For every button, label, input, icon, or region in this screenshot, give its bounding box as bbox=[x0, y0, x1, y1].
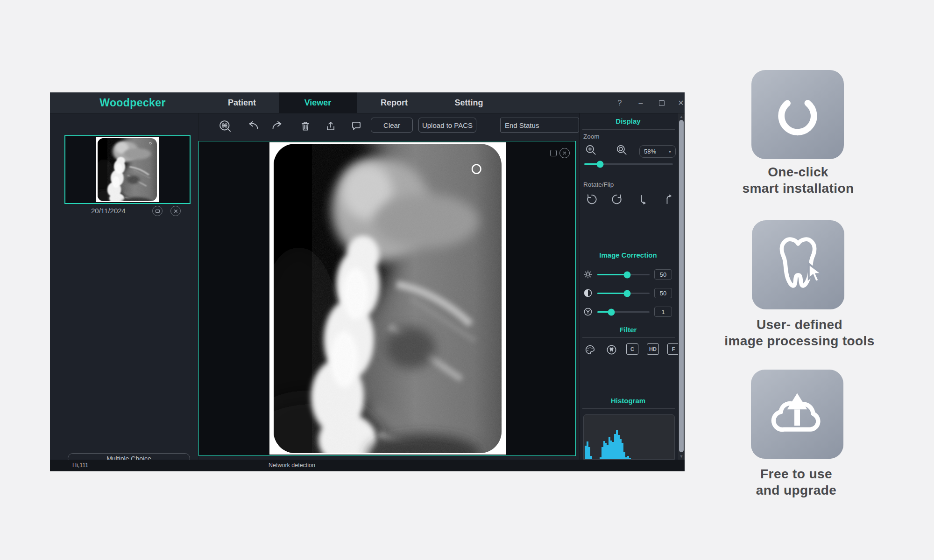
histogram-section-title: Histogram bbox=[580, 397, 677, 405]
viewer-canvas[interactable] bbox=[198, 141, 576, 456]
feature-tile-installation bbox=[751, 70, 844, 159]
thumbnail-comment-icon[interactable] bbox=[152, 206, 163, 216]
minimize-icon[interactable]: – bbox=[634, 92, 647, 113]
contrast-value[interactable]: 50 bbox=[654, 288, 672, 298]
scroll-up-icon[interactable]: ▲ bbox=[678, 113, 685, 120]
power-ring-icon bbox=[770, 87, 826, 143]
redo-icon[interactable] bbox=[270, 118, 286, 134]
close-icon[interactable]: ✕ bbox=[674, 92, 685, 113]
image-correction-title: Image Correction bbox=[580, 251, 677, 259]
brightness-slider[interactable] bbox=[597, 274, 650, 275]
filter-c-icon[interactable]: C bbox=[626, 343, 638, 355]
brand-logo: Woodpecker bbox=[100, 92, 165, 113]
tab-patient[interactable]: Patient bbox=[214, 92, 270, 113]
select-region-icon[interactable] bbox=[550, 150, 557, 156]
gamma-slider[interactable] bbox=[597, 311, 650, 313]
thumbnail-film bbox=[96, 137, 159, 202]
brightness-icon bbox=[582, 269, 594, 280]
status-bar: Hi,111 Network detection bbox=[50, 460, 685, 471]
thumbnail-selected[interactable] bbox=[64, 135, 191, 204]
zoom-level-dropdown[interactable]: 58% ▾ bbox=[639, 145, 676, 158]
close-image-icon[interactable] bbox=[559, 148, 570, 158]
filter-hd-icon[interactable]: HD bbox=[647, 343, 659, 355]
gamma-value[interactable]: 1 bbox=[654, 307, 672, 317]
app-window: Woodpecker Patient Viewer Report Setting… bbox=[50, 92, 685, 471]
thumbnail-xray bbox=[98, 138, 157, 201]
clear-button[interactable]: Clear bbox=[371, 118, 413, 133]
flip-vertical-icon[interactable] bbox=[661, 193, 674, 206]
rotate-right-icon[interactable] bbox=[610, 193, 623, 206]
feature-text-tools: User- defined image processing tools bbox=[692, 316, 907, 349]
filter-section-title: Filter bbox=[580, 326, 677, 334]
display-panel: Display Zoom 58% ▾ Rotate/Flip Image Cor… bbox=[579, 113, 685, 460]
divider bbox=[582, 263, 675, 263]
end-status-field[interactable]: End Status bbox=[500, 118, 579, 133]
zoom-level-value: 58% bbox=[644, 148, 656, 155]
delete-icon[interactable] bbox=[297, 118, 313, 134]
contrast-slider[interactable] bbox=[597, 293, 650, 294]
divider bbox=[582, 129, 675, 130]
thumbnail-date: 20/11/2024 bbox=[91, 207, 126, 215]
comment-icon[interactable] bbox=[348, 118, 364, 134]
thumbnail-sidebar: 20/11/2024 Multiple Choice All images ▾ bbox=[50, 113, 198, 460]
maximize-icon[interactable] bbox=[655, 92, 668, 113]
cloud-upload-icon bbox=[766, 383, 828, 446]
xray-image bbox=[274, 144, 502, 453]
feature-tile-tools bbox=[752, 220, 844, 309]
flip-horizontal-icon[interactable] bbox=[636, 193, 649, 206]
zoom-slider[interactable] bbox=[584, 163, 673, 165]
chevron-down-icon: ▾ bbox=[669, 149, 671, 154]
status-user: Hi,111 bbox=[72, 462, 88, 469]
thumbnail-delete-icon[interactable] bbox=[170, 206, 181, 216]
divider bbox=[582, 408, 675, 409]
export-icon[interactable] bbox=[323, 118, 339, 134]
histogram-bars bbox=[585, 419, 673, 459]
zoom-label: Zoom bbox=[583, 133, 600, 140]
top-bar: Woodpecker Patient Viewer Report Setting… bbox=[50, 92, 685, 113]
help-icon[interactable]: ? bbox=[613, 92, 626, 113]
viewer-toolbar: Clear Upload to PACS End Status bbox=[198, 113, 579, 139]
gamma-icon bbox=[582, 306, 594, 317]
brightness-value[interactable]: 50 bbox=[654, 269, 672, 280]
xray-film bbox=[269, 142, 506, 455]
display-section-title: Display bbox=[580, 117, 677, 125]
panel-scrollbar[interactable]: ▲ ▼ bbox=[678, 113, 685, 460]
palette-filter-icon[interactable] bbox=[583, 343, 596, 356]
rotate-flip-label: Rotate/Flip bbox=[583, 181, 614, 188]
zoom-in-icon[interactable] bbox=[584, 143, 597, 156]
contrast-icon bbox=[582, 287, 594, 299]
upload-to-pacs-button[interactable]: Upload to PACS bbox=[418, 118, 476, 133]
feature-text-upgrade: Free to use and upgrade bbox=[689, 466, 904, 498]
divider bbox=[582, 337, 675, 338]
tab-viewer[interactable]: Viewer bbox=[279, 92, 357, 113]
tab-report[interactable]: Report bbox=[366, 92, 422, 113]
feature-text-installation: One-click smart installation bbox=[691, 164, 906, 196]
scrollbar-thumb[interactable] bbox=[679, 120, 684, 452]
zoom-fit-icon[interactable] bbox=[615, 143, 628, 156]
rotate-left-icon[interactable] bbox=[585, 193, 598, 206]
status-network: Network detection bbox=[269, 462, 315, 469]
scroll-down-icon[interactable]: ▼ bbox=[678, 453, 685, 460]
tooth-cursor-icon bbox=[767, 234, 829, 296]
tab-setting[interactable]: Setting bbox=[441, 92, 497, 113]
tooth-filter-icon[interactable] bbox=[605, 343, 618, 356]
feature-tile-upgrade bbox=[751, 370, 843, 459]
histogram-chart bbox=[583, 414, 675, 460]
undo-icon[interactable] bbox=[245, 118, 261, 134]
tooth-position-icon[interactable] bbox=[217, 118, 233, 134]
